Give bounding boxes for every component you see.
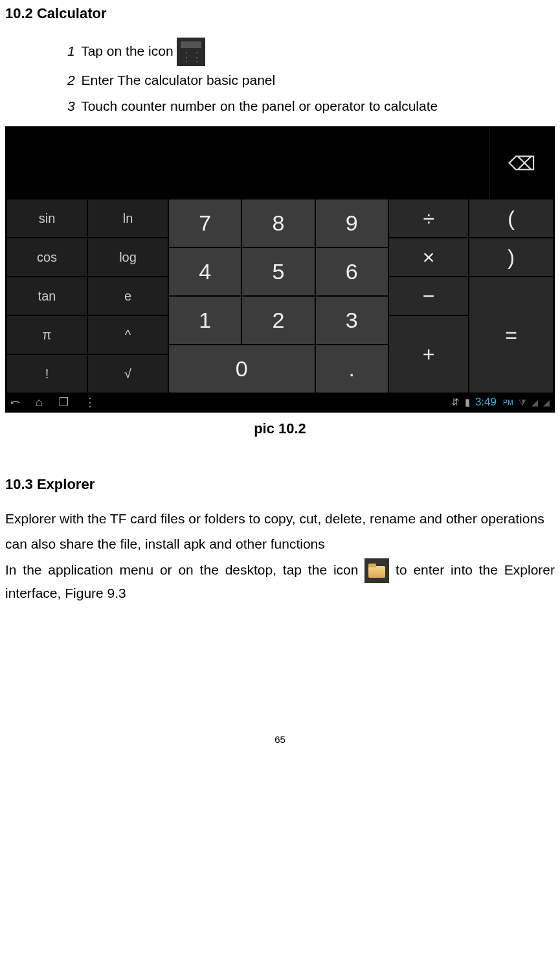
explorer-paragraph-3a: In the application menu or on the deskto… xyxy=(5,562,364,577)
step-1: 1 Tap on the icon xyxy=(67,38,555,66)
usb-icon: ⇵ xyxy=(451,396,460,408)
key-multiply[interactable]: × xyxy=(388,238,469,277)
key-dot[interactable]: . xyxy=(315,345,388,393)
home-icon[interactable]: ⌂ xyxy=(36,396,43,409)
step-3: 3 Touch counter number on the panel or o… xyxy=(67,95,555,118)
key-7[interactable]: 7 xyxy=(168,199,241,247)
key-subtract[interactable]: − xyxy=(388,277,469,315)
recent-apps-icon[interactable]: ❐ xyxy=(58,395,69,409)
key-e[interactable]: e xyxy=(87,277,168,315)
key-pow[interactable]: ^ xyxy=(87,315,168,354)
clock-ampm: PM xyxy=(503,399,513,406)
number-keys: 7 8 9 4 5 6 1 2 3 0 . xyxy=(168,199,388,393)
figure-caption: pic 10.2 xyxy=(5,420,555,437)
explorer-paragraph-3: In the application menu or on the deskto… xyxy=(5,558,555,604)
step-number: 3 xyxy=(67,98,75,113)
key-cos[interactable]: cos xyxy=(6,238,87,277)
clock-time: 3:49 xyxy=(475,396,497,409)
key-equals[interactable]: = xyxy=(469,277,554,393)
backspace-button[interactable]: ⌫ xyxy=(489,128,554,199)
key-pi[interactable]: π xyxy=(6,315,87,354)
section-heading-explorer: 10.3 Explorer xyxy=(5,476,555,493)
key-6[interactable]: 6 xyxy=(315,247,388,296)
key-9[interactable]: 9 xyxy=(315,199,388,247)
calculator-display[interactable]: ⌫ xyxy=(6,128,554,199)
key-divide[interactable]: ÷ xyxy=(388,199,469,238)
step-text: Touch counter number on the panel or ope… xyxy=(81,98,438,113)
explorer-paragraph-1: Explorer with the TF card files or folde… xyxy=(5,508,555,530)
calculator-screenshot: ⌫ sin ln cos log tan e π ^ ! √ 7 8 9 4 5… xyxy=(5,126,555,413)
key-3[interactable]: 3 xyxy=(315,296,388,345)
section-heading-calculator: 10.2 Calculator xyxy=(5,5,555,22)
wifi-icon: ⧩ xyxy=(519,397,526,408)
key-fact[interactable]: ! xyxy=(6,354,87,393)
key-add[interactable]: + xyxy=(388,315,469,393)
key-sin[interactable]: sin xyxy=(6,199,87,238)
key-lparen[interactable]: ( xyxy=(469,199,554,238)
step-text: Enter The calculator basic panel xyxy=(82,73,276,87)
back-icon[interactable]: ⤺ xyxy=(10,395,20,409)
operator-keys: ÷ ( × ) − = + xyxy=(388,199,554,393)
key-0[interactable]: 0 xyxy=(168,345,315,393)
signal-icon-2: ◢ xyxy=(543,398,550,407)
battery-icon: ▮ xyxy=(465,396,470,408)
calculator-keypad: sin ln cos log tan e π ^ ! √ 7 8 9 4 5 6… xyxy=(6,199,554,393)
key-rparen[interactable]: ) xyxy=(469,238,554,277)
android-status-bar: ⤺ ⌂ ❐ ⋮ ⇵ ▮ 3:49PM ⧩ ◢ ◢ xyxy=(6,393,554,411)
calculator-app-icon xyxy=(177,38,205,66)
key-8[interactable]: 8 xyxy=(241,199,315,247)
steps-list: 1 Tap on the icon 2 Enter The calculator… xyxy=(67,38,555,117)
step-number: 2 xyxy=(67,73,75,87)
signal-icon: ◢ xyxy=(532,398,538,407)
key-4[interactable]: 4 xyxy=(168,247,241,296)
step-2: 2 Enter The calculator basic panel xyxy=(67,69,555,92)
key-2[interactable]: 2 xyxy=(241,296,315,345)
explorer-paragraph-2: can also share the file, install apk and… xyxy=(5,534,555,555)
key-tan[interactable]: tan xyxy=(6,277,87,315)
key-log[interactable]: log xyxy=(87,238,168,277)
key-sqrt[interactable]: √ xyxy=(87,354,168,393)
status-icons: ⇵ ▮ 3:49PM ⧩ ◢ ◢ xyxy=(451,396,550,409)
explorer-app-icon xyxy=(364,558,389,583)
scientific-keys: sin ln cos log tan e π ^ ! √ xyxy=(6,199,168,393)
page-number: 65 xyxy=(5,734,555,751)
key-1[interactable]: 1 xyxy=(168,296,241,345)
backspace-icon: ⌫ xyxy=(508,152,535,175)
menu-icon[interactable]: ⋮ xyxy=(84,395,96,409)
step-text: Tap on the icon xyxy=(81,43,173,58)
key-ln[interactable]: ln xyxy=(87,199,168,238)
nav-buttons: ⤺ ⌂ ❐ ⋮ xyxy=(10,395,96,409)
step-number: 1 xyxy=(67,43,75,58)
key-5[interactable]: 5 xyxy=(241,247,315,296)
